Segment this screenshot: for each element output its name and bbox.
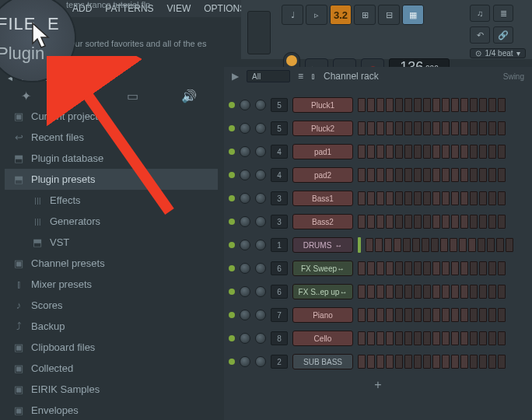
browser-item-current-project[interactable]: ▣Current project [5, 106, 218, 127]
step-cell[interactable] [432, 191, 440, 205]
channel-vol-knob[interactable] [255, 286, 266, 297]
step-cell[interactable] [414, 98, 422, 112]
channel-button[interactable]: Pluck1 [292, 97, 353, 113]
step-cell[interactable] [376, 331, 384, 345]
step-sequence[interactable] [358, 285, 506, 299]
step-cell[interactable] [460, 308, 468, 322]
step-cell[interactable] [367, 98, 375, 112]
step-cell[interactable] [442, 98, 450, 112]
step-cell[interactable] [460, 168, 468, 182]
step-cell[interactable] [395, 168, 403, 182]
step-cell[interactable] [386, 308, 394, 322]
rack-graph-icon[interactable]: ⫾ [311, 71, 316, 82]
rack-options-icon[interactable]: ≡ [298, 71, 303, 82]
channel-vol-knob[interactable] [255, 356, 266, 367]
step-cell[interactable] [358, 308, 366, 322]
step-cell[interactable] [376, 308, 384, 322]
step-cell[interactable] [386, 331, 394, 345]
step-cell[interactable] [367, 121, 375, 135]
channel-button[interactable]: FX Sweep↔ [292, 261, 353, 276]
step-sequence[interactable] [358, 215, 506, 229]
step-sequence[interactable] [358, 121, 506, 135]
channel-pan-knob[interactable] [240, 216, 250, 227]
channel-button[interactable]: SUB BASS [292, 354, 353, 369]
step-cell[interactable] [488, 98, 496, 112]
step-cell[interactable] [451, 285, 459, 299]
step-cell[interactable] [366, 238, 373, 252]
step-cell[interactable] [404, 261, 412, 275]
step-cell[interactable] [395, 285, 403, 299]
step-cell[interactable] [386, 191, 394, 205]
step-cell[interactable] [395, 215, 403, 229]
step-cell[interactable] [414, 215, 422, 229]
toolbar-link-button[interactable]: 🔗 [493, 26, 513, 44]
step-cell[interactable] [395, 355, 403, 369]
step-cell[interactable] [488, 331, 496, 345]
channel-vol-knob[interactable] [255, 100, 266, 110]
step-cell[interactable] [442, 261, 450, 275]
step-sequence[interactable] [358, 191, 506, 205]
step-cell[interactable] [432, 261, 440, 275]
step-cell[interactable] [367, 261, 375, 275]
step-cell[interactable] [358, 191, 366, 205]
step-cell[interactable] [442, 215, 450, 229]
view-playlist-button[interactable]: ▦ [402, 5, 424, 25]
step-sequence[interactable] [358, 261, 506, 275]
rack-play-button[interactable]: ▶ [232, 71, 239, 82]
step-cell[interactable] [404, 191, 412, 205]
channel-vol-knob[interactable] [255, 310, 266, 320]
step-sequence[interactable] [358, 168, 506, 182]
step-cell[interactable] [460, 98, 468, 112]
toolbar-wait-button[interactable]: ⊞ [354, 5, 376, 25]
step-cell[interactable] [460, 215, 468, 229]
channel-vol-knob[interactable] [255, 170, 266, 180]
step-cell[interactable] [488, 308, 496, 322]
step-cell[interactable] [442, 168, 450, 182]
step-cell[interactable] [358, 98, 366, 112]
channel-button[interactable]: Bass2 [292, 214, 353, 229]
step-cell[interactable] [470, 285, 478, 299]
channel-mixer-track[interactable]: 3 [271, 215, 288, 229]
channel-mute-led[interactable] [229, 335, 235, 341]
step-cell[interactable] [470, 145, 478, 159]
step-cell[interactable] [487, 238, 495, 252]
channel-pan-knob[interactable] [240, 123, 250, 134]
step-cell[interactable] [367, 168, 375, 182]
step-cell[interactable] [432, 331, 440, 345]
channel-mixer-track[interactable]: 2 [271, 355, 288, 369]
step-cell[interactable] [423, 215, 431, 229]
step-cell[interactable] [470, 215, 478, 229]
step-cell[interactable] [376, 121, 384, 135]
step-cell[interactable] [498, 261, 506, 275]
step-cell[interactable] [440, 238, 448, 252]
step-cell[interactable] [460, 121, 468, 135]
step-cell[interactable] [488, 215, 496, 229]
channel-button[interactable]: Cello [292, 331, 353, 346]
step-cell[interactable] [451, 145, 459, 159]
step-cell[interactable] [470, 308, 478, 322]
step-cell[interactable] [432, 145, 440, 159]
channel-pan-knob[interactable] [240, 146, 250, 157]
browser-item-plugin-presets[interactable]: ⬒Plugin presets [5, 169, 218, 190]
channel-mixer-track[interactable]: 4 [271, 168, 288, 182]
step-cell[interactable] [488, 355, 496, 369]
step-cell[interactable] [442, 355, 450, 369]
channel-mute-led[interactable] [229, 102, 235, 108]
step-cell[interactable] [414, 308, 422, 322]
step-cell[interactable] [451, 355, 459, 369]
step-cell[interactable] [498, 355, 506, 369]
step-cell[interactable] [442, 145, 450, 159]
channel-mixer-track[interactable]: 5 [271, 121, 288, 135]
step-cell[interactable] [367, 355, 375, 369]
channel-mixer-track[interactable]: 7 [271, 308, 288, 322]
step-cell[interactable] [479, 191, 487, 205]
step-cell[interactable] [470, 121, 478, 135]
step-cell[interactable] [423, 121, 431, 135]
browser-item-clipboard-files[interactable]: ▣Clipboard files [5, 337, 218, 358]
step-cell[interactable] [442, 285, 450, 299]
step-cell[interactable] [386, 121, 394, 135]
browser-item-effects[interactable]: ⫼Effects [5, 190, 218, 211]
step-cell[interactable] [470, 191, 478, 205]
step-cell[interactable] [386, 261, 394, 275]
step-cell[interactable] [404, 285, 412, 299]
